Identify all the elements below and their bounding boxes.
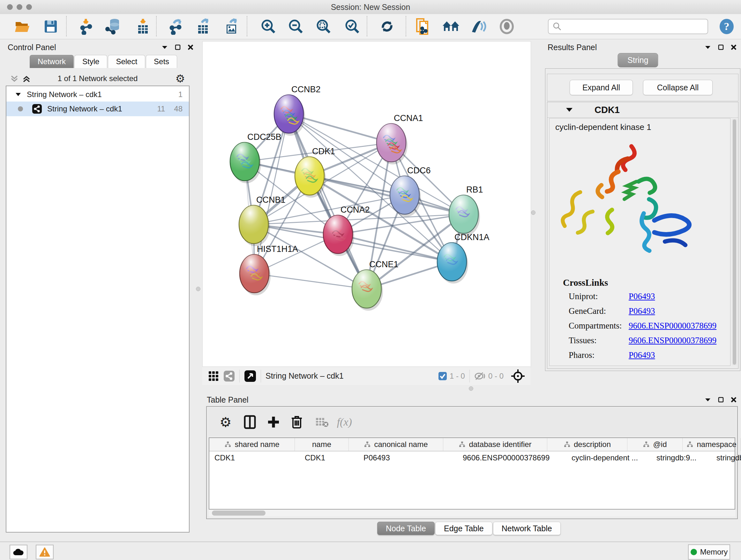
warnings-button[interactable] [36,545,54,559]
network-edge-CDK1-RB1[interactable] [310,176,464,214]
create-column-plus-icon[interactable] [267,416,280,428]
collapse-entry-icon[interactable] [566,107,573,112]
column-header-canonical-name[interactable]: canonical name [349,438,443,451]
panel-menu-icon[interactable] [704,397,711,402]
presentation-eye-button[interactable] [497,17,516,36]
table-cell[interactable]: stringdb [711,451,741,464]
zoom-out-button[interactable] [286,17,305,36]
network-edge-HIST1H1A-CCNE1[interactable] [254,273,367,289]
tree-expander-icon[interactable] [15,92,21,97]
memory-button[interactable]: Memory [688,544,730,560]
tab-string[interactable]: String [617,53,658,67]
bottom-splitter-handle[interactable] [469,386,473,391]
network-node-CCNA2[interactable] [323,215,354,256]
export-network-button[interactable] [167,17,185,36]
network-node-CDC6[interactable] [390,176,421,217]
export-image-button[interactable] [223,17,241,36]
tab-select[interactable]: Select [108,55,145,68]
delete-table-icon[interactable] [315,417,329,428]
network-view-mode-icon[interactable] [223,370,235,382]
results-scrollbar[interactable] [732,119,737,365]
hide-glass-button[interactable] [469,17,488,36]
table-options-gear-icon[interactable]: ⚙ [219,415,232,430]
panel-menu-icon[interactable] [704,45,711,50]
delete-column-trash-icon[interactable] [291,415,302,429]
network-node-CCNB2[interactable] [274,95,305,136]
collapse-all-button[interactable]: Collapse All [643,80,713,95]
tab-sets[interactable]: Sets [146,55,177,68]
crosslink-link[interactable]: 9606.ENSP00000378699 [629,335,717,346]
save-session-button[interactable] [42,17,60,36]
function-builder-button[interactable]: f(x) [337,416,352,428]
close-panel-icon[interactable] [731,44,737,50]
left-splitter-handle[interactable] [196,287,200,291]
apply-layout-button[interactable] [378,17,396,36]
export-table-button[interactable] [194,17,213,36]
network-node-CCNB1[interactable] [239,205,270,246]
zoom-fit-button[interactable] [314,17,333,36]
expand-all-button[interactable]: Expand All [569,80,633,95]
import-table-button[interactable] [134,17,152,36]
network-row-selected[interactable]: String Network – cdk1 11 48 [6,102,189,116]
hidden-eye-slash-icon[interactable] [474,372,486,381]
zoom-in-button[interactable] [259,17,278,36]
tab-node-table[interactable]: Node Table [377,522,434,535]
network-node-RB1[interactable] [449,195,480,236]
grid-view-icon[interactable] [208,371,219,381]
crosslink-link[interactable]: P06493 [629,292,655,301]
import-network-from-database-button[interactable] [105,17,123,36]
tab-edge-table[interactable]: Edge Table [435,522,492,535]
table-cell[interactable]: CDK1 [300,451,358,464]
node-table-row[interactable]: CDK1CDK1P064939606.ENSP00000378699cyclin… [209,451,735,464]
network-options-gear-icon[interactable]: ⚙ [176,72,185,85]
table-hscrollbar[interactable] [209,509,735,516]
clone-network-button[interactable] [413,17,432,36]
help-button[interactable]: ? [718,17,736,36]
show-columns-icon[interactable] [244,415,256,429]
float-panel-icon[interactable] [175,44,181,50]
network-collection-row[interactable]: String Network – cdk1 1 [6,87,189,102]
tab-network[interactable]: Network [30,55,74,68]
crosslink-link[interactable]: P06493 [629,350,655,360]
node-table: shared namenamecanonical namedatabase id… [209,437,735,509]
network-node-CCNA1[interactable] [377,124,408,165]
crosshair-icon[interactable] [511,369,525,383]
import-network-button[interactable] [77,17,96,36]
network-node-HIST1H1A[interactable] [240,254,271,295]
tab-network-table[interactable]: Network Table [493,522,561,535]
column-header-description[interactable]: description [547,438,627,451]
column-header-shared-name[interactable]: shared name [209,438,295,451]
birds-eye-view-icon[interactable] [244,370,256,382]
search-input[interactable] [564,20,708,33]
network-canvas[interactable]: CCNB2CCNA1CDC25BCDK1CDC6RB1CCNB1CCNA2CDK… [202,41,531,367]
table-cell[interactable]: cyclin-dependent ... [566,451,651,464]
column-header-database-identifier[interactable]: database identifier [443,438,547,451]
table-cell[interactable]: stringdb:9... [651,451,711,464]
tab-style[interactable]: Style [74,55,107,68]
selected-checkbox-icon[interactable] [438,372,447,381]
network-node-CCNE1[interactable] [352,270,383,311]
network-node-CDK1[interactable] [295,157,326,198]
panel-menu-icon[interactable] [161,45,168,50]
column-label: shared name [234,440,279,449]
cloud-status-button[interactable] [10,545,27,559]
crosslink-link[interactable]: 9606.ENSP00000378699 [629,321,717,331]
column-header-id[interactable]: @id [627,438,683,451]
crosslink-link[interactable]: P06493 [629,306,655,316]
column-header-name[interactable]: name [295,438,349,451]
gene-entry-header[interactable]: CDK1 [547,102,738,118]
close-panel-icon[interactable] [188,44,193,50]
float-panel-icon[interactable] [718,44,724,50]
string-home-button[interactable] [442,17,460,36]
column-label: @id [653,440,667,449]
network-edge-CCNB2-CCNE1[interactable] [289,114,367,289]
network-node-CDKN1A[interactable] [437,243,468,284]
open-session-button[interactable] [13,17,32,36]
close-panel-icon[interactable] [731,397,737,402]
table-cell[interactable]: P06493 [358,451,458,464]
float-panel-icon[interactable] [718,397,724,402]
table-cell[interactable]: CDK1 [209,451,300,464]
column-header-namespace[interactable]: namespace [683,438,741,451]
table-cell[interactable]: 9606.ENSP00000378699 [458,451,566,464]
zoom-selected-button[interactable] [343,17,361,36]
